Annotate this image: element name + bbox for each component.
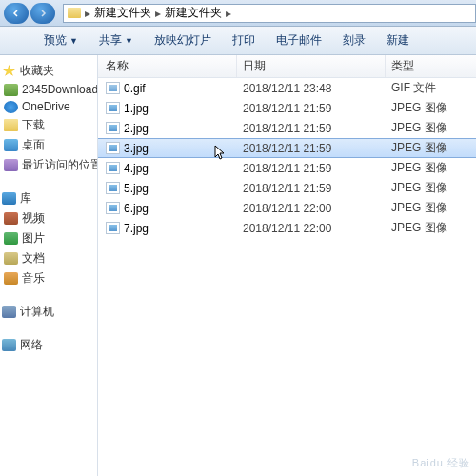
toolbar: 预览▼ 共享▼ 放映幻灯片 打印 电子邮件 刻录 新建 [0, 27, 476, 55]
sidebar-item-desktop[interactable]: 桌面 [0, 135, 97, 155]
column-header-type[interactable]: 类型 [386, 55, 476, 77]
column-header-date[interactable]: 日期 [237, 55, 386, 77]
file-row[interactable]: 7.jpg2018/12/11 22:00JPEG 图像 [98, 218, 476, 238]
breadcrumb-sep: ▸ [85, 7, 90, 20]
desktop-icon [4, 139, 18, 151]
sidebar: 收藏夹 2345Downloads OneDrive 下载 桌面 最近访问的位置… [0, 55, 98, 476]
file-name: 2.jpg [124, 122, 149, 135]
file-type: JPEG 图像 [386, 100, 476, 116]
breadcrumb-seg[interactable]: 新建文件夹 [165, 5, 222, 21]
download-icon [4, 84, 18, 96]
file-type: JPEG 图像 [386, 140, 476, 156]
file-type: JPEG 图像 [386, 160, 476, 176]
nav-forward-button[interactable] [30, 3, 55, 24]
sidebar-head-network[interactable]: 网络 [0, 335, 97, 355]
titlebar: ▸ 新建文件夹 ▸ 新建文件夹 ▸ [0, 0, 476, 27]
onedrive-icon [4, 101, 18, 113]
jpg-file-icon [106, 162, 120, 174]
file-row[interactable]: 6.jpg2018/12/11 22:00JPEG 图像 [98, 198, 476, 218]
toolbar-newfolder[interactable]: 新建 [381, 29, 415, 52]
nav-back-button[interactable] [4, 3, 29, 24]
sidebar-head-favorites[interactable]: 收藏夹 [0, 61, 97, 81]
sidebar-item-music[interactable]: 音乐 [0, 268, 97, 288]
file-date: 2018/12/11 21:59 [237, 162, 386, 175]
file-type: JPEG 图像 [386, 200, 476, 216]
folder-icon [68, 8, 81, 18]
file-pane: 名称 日期 类型 0.gif2018/12/11 23:48GIF 文件1.jp… [98, 55, 476, 476]
star-icon [2, 65, 16, 77]
file-date: 2018/12/11 21:59 [237, 142, 386, 155]
file-list: 0.gif2018/12/11 23:48GIF 文件1.jpg2018/12/… [98, 78, 476, 238]
toolbar-share[interactable]: 共享▼ [93, 29, 139, 52]
column-header-name[interactable]: 名称 [98, 55, 237, 77]
toolbar-print[interactable]: 打印 [227, 29, 261, 52]
jpg-file-icon [106, 202, 120, 214]
toolbar-email[interactable]: 电子邮件 [270, 29, 327, 52]
chevron-down-icon: ▼ [69, 36, 78, 46]
file-row[interactable]: 5.jpg2018/12/11 21:59JPEG 图像 [98, 178, 476, 198]
sidebar-item-documents[interactable]: 文档 [0, 248, 97, 268]
music-icon [4, 272, 18, 285]
sidebar-head-computer[interactable]: 计算机 [0, 302, 97, 322]
file-type: JPEG 图像 [386, 120, 476, 136]
sidebar-item-pictures[interactable]: 图片 [0, 228, 97, 248]
breadcrumb-sep: ▸ [155, 7, 161, 20]
breadcrumb-seg[interactable]: 新建文件夹 [94, 5, 151, 21]
video-icon [4, 212, 18, 225]
watermark: Baidu 经验 [412, 456, 470, 470]
sidebar-item-downloads[interactable]: 2345Downloads [0, 81, 97, 98]
breadcrumb[interactable]: ▸ 新建文件夹 ▸ 新建文件夹 ▸ [63, 4, 476, 23]
file-name: 7.jpg [124, 222, 149, 235]
main-area: 收藏夹 2345Downloads OneDrive 下载 桌面 最近访问的位置… [0, 55, 476, 476]
sidebar-item-video[interactable]: 视频 [0, 208, 97, 228]
file-type: JPEG 图像 [386, 180, 476, 196]
file-date: 2018/12/11 21:59 [237, 102, 386, 115]
toolbar-slideshow[interactable]: 放映幻灯片 [149, 29, 217, 52]
file-name: 5.jpg [124, 182, 149, 195]
gif-file-icon [106, 82, 120, 94]
file-row[interactable]: 0.gif2018/12/11 23:48GIF 文件 [98, 78, 476, 98]
jpg-file-icon [106, 102, 120, 114]
folder-icon [4, 119, 18, 131]
jpg-file-icon [106, 182, 120, 194]
pictures-icon [4, 232, 18, 245]
file-row[interactable]: 4.jpg2018/12/11 21:59JPEG 图像 [98, 158, 476, 178]
file-type: JPEG 图像 [386, 220, 476, 236]
sidebar-item-downloads2[interactable]: 下载 [0, 115, 97, 135]
sidebar-head-library[interactable]: 库 [0, 188, 97, 208]
recent-icon [4, 159, 18, 171]
library-icon [2, 192, 16, 205]
file-date: 2018/12/11 22:00 [237, 202, 386, 215]
jpg-file-icon [106, 122, 120, 134]
file-name: 0.gif [124, 82, 146, 95]
sidebar-item-recent[interactable]: 最近访问的位置 [0, 155, 97, 175]
file-name: 3.jpg [124, 142, 149, 155]
documents-icon [4, 252, 18, 265]
chevron-down-icon: ▼ [125, 36, 133, 46]
file-type: GIF 文件 [386, 80, 476, 96]
file-name: 1.jpg [124, 102, 149, 115]
jpg-file-icon [106, 142, 120, 154]
file-date: 2018/12/11 23:48 [237, 82, 386, 95]
file-date: 2018/12/11 21:59 [237, 122, 386, 135]
breadcrumb-sep: ▸ [226, 7, 231, 20]
file-date: 2018/12/11 21:59 [237, 182, 386, 195]
computer-icon [2, 306, 16, 318]
sidebar-item-onedrive[interactable]: OneDrive [0, 98, 97, 115]
file-row[interactable]: 3.jpg2018/12/11 21:59JPEG 图像 [98, 138, 476, 158]
network-icon [2, 339, 16, 351]
file-date: 2018/12/11 22:00 [237, 222, 386, 235]
jpg-file-icon [106, 222, 120, 234]
file-name: 4.jpg [124, 162, 149, 175]
file-row[interactable]: 2.jpg2018/12/11 21:59JPEG 图像 [98, 118, 476, 138]
file-row[interactable]: 1.jpg2018/12/11 21:59JPEG 图像 [98, 98, 476, 118]
toolbar-preview[interactable]: 预览▼ [38, 29, 84, 52]
toolbar-burn[interactable]: 刻录 [337, 29, 371, 52]
column-header-row: 名称 日期 类型 [98, 55, 476, 78]
file-name: 6.jpg [124, 202, 149, 215]
